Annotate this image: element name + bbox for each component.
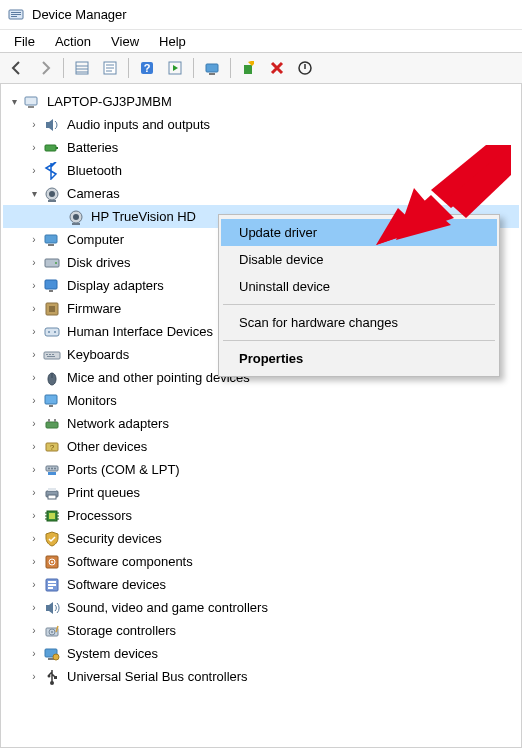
svg-rect-44: [52, 354, 54, 355]
sound-icon: [43, 599, 61, 617]
forward-button[interactable]: [32, 55, 58, 81]
caret-right-icon[interactable]: ›: [27, 578, 41, 592]
svg-point-83: [53, 654, 59, 660]
tree-category[interactable]: ›Sound, video and game controllers: [3, 596, 519, 619]
tree-category-label: Security devices: [67, 528, 162, 550]
caret-down-icon[interactable]: ▾: [27, 187, 41, 201]
caret-right-icon[interactable]: ›: [27, 371, 41, 385]
svg-rect-29: [72, 223, 80, 225]
tree-category-label: Software devices: [67, 574, 166, 596]
context-menu-item[interactable]: Disable device: [221, 246, 497, 273]
tree-category[interactable]: ›Network adapters: [3, 412, 519, 435]
action-button[interactable]: [162, 55, 188, 81]
caret-right-icon[interactable]: ›: [27, 601, 41, 615]
show-tree-button[interactable]: [69, 55, 95, 81]
context-menu-item[interactable]: Scan for hardware changes: [221, 309, 497, 336]
disk-icon: [43, 254, 61, 272]
tree-category[interactable]: ›Monitors: [3, 389, 519, 412]
monitor-icon: [43, 392, 61, 410]
tree-category[interactable]: ›Universal Serial Bus controllers: [3, 665, 519, 688]
update-driver-button[interactable]: [236, 55, 262, 81]
caret-right-icon[interactable]: ›: [27, 417, 41, 431]
computer-root-icon: [23, 93, 41, 111]
menu-file[interactable]: File: [4, 32, 45, 51]
caret-right-icon[interactable]: ›: [27, 555, 41, 569]
tree-category[interactable]: ›Security devices: [3, 527, 519, 550]
disable-button[interactable]: [292, 55, 318, 81]
caret-right-icon[interactable]: ›: [27, 440, 41, 454]
tree-category-label: Audio inputs and outputs: [67, 114, 210, 136]
caret-right-icon[interactable]: ›: [27, 463, 41, 477]
svg-rect-1: [11, 12, 21, 13]
tree-category[interactable]: ›Print queues: [3, 481, 519, 504]
svg-point-28: [73, 214, 79, 220]
svg-rect-77: [48, 587, 53, 589]
tree-root[interactable]: ▾LAPTOP-GJ3PJMBM: [3, 90, 519, 113]
menu-view[interactable]: View: [101, 32, 149, 51]
caret-right-icon[interactable]: ›: [27, 348, 41, 362]
context-menu-item[interactable]: Uninstall device: [221, 273, 497, 300]
device-tree[interactable]: ▾LAPTOP-GJ3PJMBM›Audio inputs and output…: [0, 84, 522, 748]
menu-help[interactable]: Help: [149, 32, 196, 51]
caret-right-icon[interactable]: ›: [27, 486, 41, 500]
caret-right-icon[interactable]: ›: [27, 394, 41, 408]
svg-rect-75: [48, 581, 56, 583]
tree-category-label: Batteries: [67, 137, 118, 159]
svg-rect-38: [45, 328, 59, 336]
tree-category[interactable]: ›Ports (COM & LPT): [3, 458, 519, 481]
menu-action[interactable]: Action: [45, 32, 101, 51]
caret-right-icon[interactable]: ›: [27, 670, 41, 684]
hid-icon: [43, 323, 61, 341]
svg-rect-45: [47, 356, 55, 357]
scan-button[interactable]: [199, 55, 225, 81]
caret-right-icon[interactable]: ›: [27, 279, 41, 293]
tree-category[interactable]: ›?Other devices: [3, 435, 519, 458]
caret-right-icon[interactable]: ›: [27, 532, 41, 546]
svg-point-40: [54, 331, 56, 333]
tree-category[interactable]: ›Bluetooth: [3, 159, 519, 182]
properties-button[interactable]: [97, 55, 123, 81]
context-menu-item[interactable]: Update driver: [221, 219, 497, 246]
svg-rect-16: [206, 64, 218, 72]
svg-rect-22: [45, 145, 56, 151]
caret-right-icon[interactable]: ›: [27, 164, 41, 178]
tree-category[interactable]: ›Processors: [3, 504, 519, 527]
help-button[interactable]: ?: [134, 55, 160, 81]
display-icon: [43, 277, 61, 295]
caret-right-icon[interactable]: ›: [27, 141, 41, 155]
svg-rect-61: [48, 488, 56, 491]
tree-category[interactable]: ▾Cameras: [3, 182, 519, 205]
caret-right-icon[interactable]: ›: [27, 647, 41, 661]
tree-category[interactable]: ›Software components: [3, 550, 519, 573]
tree-category[interactable]: ›Batteries: [3, 136, 519, 159]
caret-right-icon[interactable]: ›: [27, 509, 41, 523]
tree-category[interactable]: ›Storage controllers: [3, 619, 519, 642]
tree-category[interactable]: ›Audio inputs and outputs: [3, 113, 519, 136]
tree-category-label: Disk drives: [67, 252, 131, 274]
context-menu-separator: [223, 340, 495, 341]
toolbar-separator: [63, 58, 64, 78]
caret-down-icon[interactable]: ▾: [7, 95, 21, 109]
svg-rect-48: [45, 395, 57, 404]
context-menu-item[interactable]: Properties: [221, 345, 497, 372]
caret-right-icon[interactable]: ›: [27, 233, 41, 247]
svg-rect-86: [54, 676, 57, 679]
caret-right-icon[interactable]: ›: [27, 624, 41, 638]
tree-category[interactable]: ›System devices: [3, 642, 519, 665]
svg-text:?: ?: [50, 443, 55, 452]
caret-right-icon[interactable]: ›: [27, 325, 41, 339]
caret-right-icon[interactable]: ›: [27, 118, 41, 132]
svg-rect-51: [48, 419, 50, 422]
speaker-icon: [43, 116, 61, 134]
tree-category-label: Sound, video and game controllers: [67, 597, 268, 619]
caret-right-icon[interactable]: ›: [27, 256, 41, 270]
caret-right-icon[interactable]: ›: [27, 302, 41, 316]
svg-rect-59: [48, 472, 56, 475]
tree-category[interactable]: ›Software devices: [3, 573, 519, 596]
uninstall-button[interactable]: [264, 55, 290, 81]
tree-category-label: Ports (COM & LPT): [67, 459, 180, 481]
firmware-icon: [43, 300, 61, 318]
context-menu: Update driverDisable deviceUninstall dev…: [218, 214, 500, 377]
tree-category-label: Network adapters: [67, 413, 169, 435]
back-button[interactable]: [4, 55, 30, 81]
